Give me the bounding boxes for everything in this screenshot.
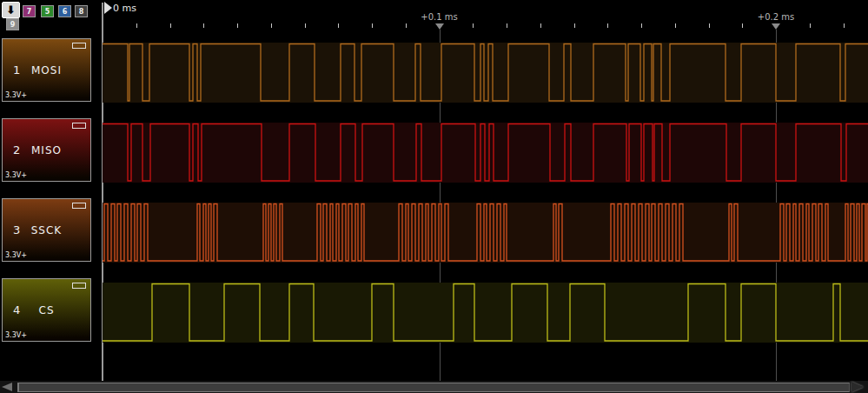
channel-label-box-cs[interactable]: 4CS3.3V+ (2, 278, 91, 342)
waveform-trace-ssck (103, 203, 868, 263)
download-button[interactable]: ⬇ (2, 2, 20, 18)
time-marker-icon[interactable] (772, 23, 780, 30)
timeline-origin-label: 0 ms (113, 3, 136, 14)
waveform-trace-miso (103, 123, 868, 183)
channel-chip-9[interactable]: 9 (6, 18, 19, 30)
horizontal-scrollbar-thumb[interactable] (17, 383, 850, 392)
timeline-tick (237, 23, 238, 28)
channel-indicator-icon[interactable] (72, 43, 86, 49)
waveform-trace-mosi (103, 43, 868, 103)
timeline-tick (574, 23, 575, 28)
timeline-tick (709, 23, 710, 28)
timeline-tick (473, 23, 474, 28)
timeline-tick (372, 23, 373, 28)
timeline-tick (641, 23, 642, 28)
timeline-tick (507, 23, 507, 28)
scrollbar-right-arrow-icon[interactable] (851, 382, 864, 392)
channel-voltage-label: 3.3V+ (5, 171, 27, 179)
chip-label: 9 (10, 21, 16, 29)
channel-name: MOSI (3, 64, 90, 77)
waveform-band-ssck[interactable] (103, 203, 868, 263)
waveform-band-miso[interactable] (103, 123, 868, 183)
channel-label-box-mosi[interactable]: 1MOSI3.3V+ (2, 38, 91, 102)
channel-name: MISO (3, 144, 90, 157)
timeline-tick (203, 23, 204, 28)
chip-label: 8 (79, 8, 84, 16)
time-marker-icon[interactable] (435, 23, 444, 30)
channel-voltage-label: 3.3V+ (5, 251, 27, 259)
waveform-band-cs[interactable] (103, 283, 868, 343)
channel-chip-6[interactable]: 6 (58, 5, 71, 17)
timeline-tick (675, 23, 676, 28)
waveform-trace-cs (103, 283, 868, 343)
chip-label: 6 (63, 8, 68, 16)
timeline-tick (271, 23, 272, 28)
channel-label-box-miso[interactable]: 2MISO3.3V+ (2, 118, 91, 182)
channel-chip-8[interactable]: 8 (75, 5, 88, 17)
timeline-tick (170, 23, 171, 28)
timeline-tick (338, 23, 339, 28)
time-marker-label: +0.1 ms (421, 12, 457, 22)
timeline-tick (742, 23, 743, 28)
channel-chip-5[interactable]: 5 (41, 5, 54, 17)
channel-chip-7[interactable]: 7 (23, 5, 36, 17)
waveform-band-mosi[interactable] (103, 43, 868, 103)
chip-label: 7 (27, 8, 32, 16)
chip-label: 5 (45, 8, 50, 16)
timeline-tick (844, 23, 845, 28)
channel-indicator-icon[interactable] (72, 123, 86, 129)
channel-indicator-icon[interactable] (72, 283, 86, 289)
timeline-tick (540, 23, 541, 28)
channel-name: CS (3, 304, 90, 316)
channel-voltage-label: 3.3V+ (5, 331, 27, 339)
channel-indicator-icon[interactable] (72, 203, 86, 209)
channel-voltage-label: 3.3V+ (5, 91, 27, 99)
timeline-tick (305, 23, 306, 28)
timeline-tick (607, 23, 608, 28)
timeline-tick (810, 23, 811, 28)
download-arrow-icon: ⬇ (6, 4, 16, 16)
timeline-tick (406, 23, 407, 28)
origin-cursor-icon[interactable] (104, 2, 112, 14)
scrollbar-left-arrow-icon[interactable] (2, 383, 12, 391)
timeline-tick (136, 23, 137, 28)
channel-name: SSCK (3, 224, 90, 236)
time-marker-label: +0.2 ms (758, 12, 794, 22)
channel-label-box-ssck[interactable]: 3SSCK3.3V+ (2, 198, 91, 262)
